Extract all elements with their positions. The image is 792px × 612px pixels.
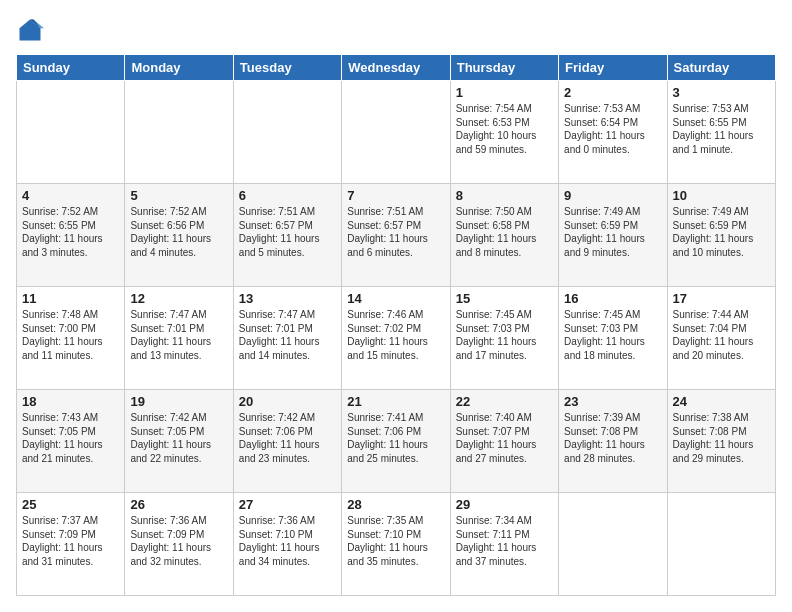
- day-info: Sunrise: 7:52 AM Sunset: 6:55 PM Dayligh…: [22, 205, 119, 259]
- day-info: Sunrise: 7:53 AM Sunset: 6:55 PM Dayligh…: [673, 102, 770, 156]
- week-row-4: 18Sunrise: 7:43 AM Sunset: 7:05 PM Dayli…: [17, 390, 776, 493]
- day-cell: [17, 81, 125, 184]
- col-saturday: Saturday: [667, 55, 775, 81]
- day-cell: 7Sunrise: 7:51 AM Sunset: 6:57 PM Daylig…: [342, 184, 450, 287]
- day-number: 25: [22, 497, 119, 512]
- day-number: 28: [347, 497, 444, 512]
- day-info: Sunrise: 7:48 AM Sunset: 7:00 PM Dayligh…: [22, 308, 119, 362]
- day-number: 3: [673, 85, 770, 100]
- col-tuesday: Tuesday: [233, 55, 341, 81]
- day-number: 19: [130, 394, 227, 409]
- day-cell: 3Sunrise: 7:53 AM Sunset: 6:55 PM Daylig…: [667, 81, 775, 184]
- day-cell: 12Sunrise: 7:47 AM Sunset: 7:01 PM Dayli…: [125, 287, 233, 390]
- svg-marker-0: [20, 20, 41, 41]
- header-row: Sunday Monday Tuesday Wednesday Thursday…: [17, 55, 776, 81]
- page-header: [16, 16, 776, 44]
- day-number: 12: [130, 291, 227, 306]
- week-row-5: 25Sunrise: 7:37 AM Sunset: 7:09 PM Dayli…: [17, 493, 776, 596]
- day-info: Sunrise: 7:45 AM Sunset: 7:03 PM Dayligh…: [564, 308, 661, 362]
- day-cell: 21Sunrise: 7:41 AM Sunset: 7:06 PM Dayli…: [342, 390, 450, 493]
- day-cell: 9Sunrise: 7:49 AM Sunset: 6:59 PM Daylig…: [559, 184, 667, 287]
- day-info: Sunrise: 7:51 AM Sunset: 6:57 PM Dayligh…: [347, 205, 444, 259]
- day-cell: 16Sunrise: 7:45 AM Sunset: 7:03 PM Dayli…: [559, 287, 667, 390]
- day-number: 7: [347, 188, 444, 203]
- day-cell: [342, 81, 450, 184]
- day-number: 24: [673, 394, 770, 409]
- day-cell: 20Sunrise: 7:42 AM Sunset: 7:06 PM Dayli…: [233, 390, 341, 493]
- day-number: 16: [564, 291, 661, 306]
- day-number: 17: [673, 291, 770, 306]
- day-cell: [559, 493, 667, 596]
- day-cell: 26Sunrise: 7:36 AM Sunset: 7:09 PM Dayli…: [125, 493, 233, 596]
- day-info: Sunrise: 7:35 AM Sunset: 7:10 PM Dayligh…: [347, 514, 444, 568]
- day-cell: 10Sunrise: 7:49 AM Sunset: 6:59 PM Dayli…: [667, 184, 775, 287]
- day-info: Sunrise: 7:47 AM Sunset: 7:01 PM Dayligh…: [239, 308, 336, 362]
- day-cell: 27Sunrise: 7:36 AM Sunset: 7:10 PM Dayli…: [233, 493, 341, 596]
- day-number: 13: [239, 291, 336, 306]
- calendar-body: 1Sunrise: 7:54 AM Sunset: 6:53 PM Daylig…: [17, 81, 776, 596]
- day-info: Sunrise: 7:41 AM Sunset: 7:06 PM Dayligh…: [347, 411, 444, 465]
- day-cell: [233, 81, 341, 184]
- day-cell: 24Sunrise: 7:38 AM Sunset: 7:08 PM Dayli…: [667, 390, 775, 493]
- logo: [16, 16, 48, 44]
- day-number: 11: [22, 291, 119, 306]
- day-cell: 1Sunrise: 7:54 AM Sunset: 6:53 PM Daylig…: [450, 81, 558, 184]
- col-sunday: Sunday: [17, 55, 125, 81]
- day-info: Sunrise: 7:38 AM Sunset: 7:08 PM Dayligh…: [673, 411, 770, 465]
- day-info: Sunrise: 7:53 AM Sunset: 6:54 PM Dayligh…: [564, 102, 661, 156]
- day-info: Sunrise: 7:45 AM Sunset: 7:03 PM Dayligh…: [456, 308, 553, 362]
- day-info: Sunrise: 7:49 AM Sunset: 6:59 PM Dayligh…: [673, 205, 770, 259]
- day-cell: 18Sunrise: 7:43 AM Sunset: 7:05 PM Dayli…: [17, 390, 125, 493]
- day-cell: 23Sunrise: 7:39 AM Sunset: 7:08 PM Dayli…: [559, 390, 667, 493]
- day-info: Sunrise: 7:49 AM Sunset: 6:59 PM Dayligh…: [564, 205, 661, 259]
- day-number: 9: [564, 188, 661, 203]
- calendar-table: Sunday Monday Tuesday Wednesday Thursday…: [16, 54, 776, 596]
- day-info: Sunrise: 7:52 AM Sunset: 6:56 PM Dayligh…: [130, 205, 227, 259]
- day-cell: 14Sunrise: 7:46 AM Sunset: 7:02 PM Dayli…: [342, 287, 450, 390]
- col-friday: Friday: [559, 55, 667, 81]
- day-cell: 5Sunrise: 7:52 AM Sunset: 6:56 PM Daylig…: [125, 184, 233, 287]
- day-info: Sunrise: 7:50 AM Sunset: 6:58 PM Dayligh…: [456, 205, 553, 259]
- day-number: 29: [456, 497, 553, 512]
- day-cell: 11Sunrise: 7:48 AM Sunset: 7:00 PM Dayli…: [17, 287, 125, 390]
- day-info: Sunrise: 7:34 AM Sunset: 7:11 PM Dayligh…: [456, 514, 553, 568]
- day-info: Sunrise: 7:42 AM Sunset: 7:06 PM Dayligh…: [239, 411, 336, 465]
- day-cell: 6Sunrise: 7:51 AM Sunset: 6:57 PM Daylig…: [233, 184, 341, 287]
- day-cell: 13Sunrise: 7:47 AM Sunset: 7:01 PM Dayli…: [233, 287, 341, 390]
- day-cell: 29Sunrise: 7:34 AM Sunset: 7:11 PM Dayli…: [450, 493, 558, 596]
- week-row-3: 11Sunrise: 7:48 AM Sunset: 7:00 PM Dayli…: [17, 287, 776, 390]
- day-number: 20: [239, 394, 336, 409]
- week-row-2: 4Sunrise: 7:52 AM Sunset: 6:55 PM Daylig…: [17, 184, 776, 287]
- day-cell: [667, 493, 775, 596]
- day-info: Sunrise: 7:44 AM Sunset: 7:04 PM Dayligh…: [673, 308, 770, 362]
- day-number: 15: [456, 291, 553, 306]
- day-info: Sunrise: 7:36 AM Sunset: 7:10 PM Dayligh…: [239, 514, 336, 568]
- col-wednesday: Wednesday: [342, 55, 450, 81]
- day-cell: 25Sunrise: 7:37 AM Sunset: 7:09 PM Dayli…: [17, 493, 125, 596]
- day-number: 1: [456, 85, 553, 100]
- day-cell: 19Sunrise: 7:42 AM Sunset: 7:05 PM Dayli…: [125, 390, 233, 493]
- day-info: Sunrise: 7:47 AM Sunset: 7:01 PM Dayligh…: [130, 308, 227, 362]
- day-info: Sunrise: 7:42 AM Sunset: 7:05 PM Dayligh…: [130, 411, 227, 465]
- week-row-1: 1Sunrise: 7:54 AM Sunset: 6:53 PM Daylig…: [17, 81, 776, 184]
- day-cell: 8Sunrise: 7:50 AM Sunset: 6:58 PM Daylig…: [450, 184, 558, 287]
- col-monday: Monday: [125, 55, 233, 81]
- day-number: 5: [130, 188, 227, 203]
- day-cell: 17Sunrise: 7:44 AM Sunset: 7:04 PM Dayli…: [667, 287, 775, 390]
- logo-icon: [16, 16, 44, 44]
- day-number: 10: [673, 188, 770, 203]
- day-cell: [125, 81, 233, 184]
- calendar-header: Sunday Monday Tuesday Wednesday Thursday…: [17, 55, 776, 81]
- day-cell: 28Sunrise: 7:35 AM Sunset: 7:10 PM Dayli…: [342, 493, 450, 596]
- day-info: Sunrise: 7:37 AM Sunset: 7:09 PM Dayligh…: [22, 514, 119, 568]
- day-info: Sunrise: 7:54 AM Sunset: 6:53 PM Dayligh…: [456, 102, 553, 156]
- day-info: Sunrise: 7:46 AM Sunset: 7:02 PM Dayligh…: [347, 308, 444, 362]
- day-number: 27: [239, 497, 336, 512]
- day-info: Sunrise: 7:40 AM Sunset: 7:07 PM Dayligh…: [456, 411, 553, 465]
- day-cell: 4Sunrise: 7:52 AM Sunset: 6:55 PM Daylig…: [17, 184, 125, 287]
- col-thursday: Thursday: [450, 55, 558, 81]
- day-number: 2: [564, 85, 661, 100]
- day-number: 18: [22, 394, 119, 409]
- day-number: 6: [239, 188, 336, 203]
- day-info: Sunrise: 7:43 AM Sunset: 7:05 PM Dayligh…: [22, 411, 119, 465]
